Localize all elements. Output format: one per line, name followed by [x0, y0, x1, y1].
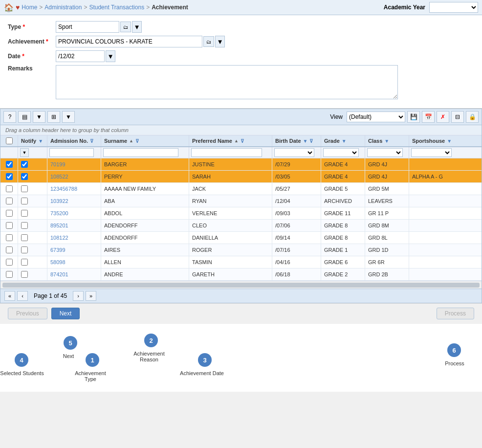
table-row[interactable]: 70199BARGERJUSTINE/07/29GRADE 4GRD 4J	[0, 158, 482, 171]
preferred-filter-input[interactable]	[191, 148, 262, 157]
row-notify-checkbox[interactable]	[21, 246, 28, 253]
row-preferred-cell: DANIELLA	[189, 232, 272, 244]
annotation-bubble-4: 4	[15, 353, 28, 367]
table-row[interactable]: 735200ABDOLVERLENE/09/03GRADE 11GR 11 P	[0, 207, 482, 220]
table-row[interactable]: 67399AIRESROGER/07/16GRADE 1GRD 1D	[0, 244, 482, 256]
group-btn[interactable]: ▤	[18, 111, 31, 123]
lock-btn[interactable]: 🔒	[466, 111, 479, 123]
columns-btn[interactable]: ⊞	[47, 111, 60, 123]
academic-year-select[interactable]	[429, 2, 478, 13]
surname-filter-input[interactable]	[103, 148, 178, 157]
annotation-bubble-6: 6	[447, 343, 461, 357]
row-preferred-cell: JACK	[189, 183, 272, 195]
last-page-btn[interactable]: »	[86, 291, 96, 301]
row-checkbox[interactable]	[6, 185, 13, 192]
view-select[interactable]: (Default)	[347, 112, 405, 122]
class-filter-icon: ▼	[384, 138, 389, 144]
achievement-input[interactable]	[56, 36, 202, 47]
breadcrumb-transactions[interactable]: Student Transactions	[89, 4, 144, 11]
grid-hscroll[interactable]	[0, 281, 482, 289]
row-sportshouse-cell	[409, 269, 458, 280]
first-page-btn[interactable]: «	[4, 291, 15, 301]
row-checkbox[interactable]	[6, 173, 13, 180]
class-filter-select[interactable]	[367, 148, 403, 157]
hscroll-bar[interactable]	[2, 283, 480, 288]
prev-page-btn[interactable]: ‹	[17, 291, 28, 301]
date-input[interactable]	[56, 50, 105, 62]
row-notify-cell	[18, 232, 47, 244]
select-all-checkbox[interactable]	[6, 137, 13, 144]
filter-btn[interactable]: ▼	[33, 111, 45, 123]
row-checkbox[interactable]	[6, 161, 13, 168]
type-input[interactable]	[56, 21, 119, 33]
col-preferred-header[interactable]: Preferred Name ▲ ⊽	[189, 135, 272, 146]
row-notify-checkbox[interactable]	[21, 222, 28, 229]
calendar-btn[interactable]: 📅	[422, 111, 435, 123]
col-birth-header[interactable]: Birth Date ▼ ⊽	[272, 135, 321, 146]
previous-button[interactable]: Previous	[8, 308, 47, 319]
table-row[interactable]: 874201ANDREGARETH/06/18GRADE 2GRD 2B	[0, 269, 482, 281]
type-dropdown-btn[interactable]: ▼	[132, 21, 142, 33]
next-button[interactable]: Next	[51, 308, 80, 319]
row-checkbox[interactable]	[6, 246, 13, 253]
col-sportshouse-header[interactable]: Sportshouse ▼	[409, 135, 458, 146]
table-row[interactable]: 123456788AAAAA NEW FAMILYJACK/05/27GRADE…	[0, 183, 482, 195]
row-notify-checkbox[interactable]	[21, 173, 28, 180]
columns-dropdown-btn[interactable]: ▼	[62, 111, 75, 123]
row-check-cell	[0, 256, 18, 268]
col-class-header[interactable]: Class ▼	[365, 135, 409, 146]
type-icon-btn[interactable]: 🗂	[120, 22, 131, 32]
process-button[interactable]: Process	[437, 308, 474, 319]
row-checkbox[interactable]	[6, 271, 13, 278]
row-notify-cell	[18, 269, 47, 280]
row-notify-checkbox[interactable]	[21, 185, 28, 192]
table-row[interactable]: 895201ADENDORFFCLEO/07/06GRADE 8GRD 8M	[0, 220, 482, 232]
date-dropdown-btn[interactable]: ▼	[106, 50, 115, 62]
admission-filter-input[interactable]	[49, 148, 94, 157]
row-class-cell: GRD 1D	[365, 244, 409, 256]
row-checkbox[interactable]	[6, 198, 13, 204]
sportshouse-filter-select[interactable]	[411, 148, 452, 157]
save-view-btn[interactable]: 💾	[407, 111, 420, 123]
row-birth-cell: /05/27	[272, 183, 321, 195]
breadcrumb-home[interactable]: Home	[22, 4, 37, 11]
columns2-btn[interactable]: ⊟	[451, 111, 464, 123]
annotation-label-4: Selected Students	[0, 370, 44, 376]
next-page-btn[interactable]: ›	[73, 291, 84, 301]
col-admission-header[interactable]: Admission No. ⊽	[47, 135, 101, 146]
achievement-icon-btn[interactable]: 🗂	[203, 36, 214, 47]
row-notify-checkbox[interactable]	[21, 161, 28, 168]
achievement-dropdown-btn[interactable]: ▼	[215, 36, 225, 47]
row-admission-cell: 874201	[47, 269, 101, 280]
heart-icon: ♥	[16, 3, 20, 11]
row-admission-cell: 67399	[47, 244, 101, 256]
row-notify-checkbox[interactable]	[21, 198, 28, 204]
row-sportshouse-cell	[409, 207, 458, 219]
grade-filter-select[interactable]	[323, 148, 359, 157]
birth-filter-select[interactable]	[274, 148, 314, 157]
row-notify-cell	[18, 195, 47, 207]
row-surname-cell: ADENDORFF	[101, 220, 189, 231]
col-surname-header[interactable]: Surname ▲ ⊽	[101, 135, 189, 146]
row-notify-checkbox[interactable]	[21, 259, 28, 266]
row-checkbox[interactable]	[6, 210, 13, 217]
help-btn[interactable]: ?	[3, 111, 16, 123]
notify-filter-dropdown[interactable]: ▼	[20, 148, 29, 157]
row-checkbox[interactable]	[6, 222, 13, 229]
birth-filter-icon: ▼	[303, 138, 308, 144]
col-grade-header[interactable]: Grade ▼	[321, 135, 365, 146]
table-row[interactable]: 108522PERRYSARAH/03/05GRADE 4GRD 4JALPHA…	[0, 171, 482, 183]
row-checkbox[interactable]	[6, 259, 13, 266]
row-notify-checkbox[interactable]	[21, 210, 28, 217]
breadcrumb-admin[interactable]: Administration	[44, 4, 82, 11]
row-checkbox[interactable]	[6, 234, 13, 241]
table-row[interactable]: 103922ABARYAN/12/04ARCHIVEDLEAVERS	[0, 195, 482, 207]
remarks-textarea[interactable]	[56, 65, 398, 99]
col-notify-header[interactable]: Notify ▼	[18, 135, 47, 146]
row-notify-checkbox[interactable]	[21, 234, 28, 241]
type-row: Type * 🗂 ▼	[8, 21, 474, 33]
delete-btn[interactable]: ✗	[437, 111, 449, 123]
row-notify-checkbox[interactable]	[21, 271, 28, 278]
table-row[interactable]: 108122ADENDORFFDANIELLA/09/14GRADE 8GRD …	[0, 232, 482, 244]
table-row[interactable]: 58098ALLENTASMIN/04/16GRADE 6GR 6R	[0, 256, 482, 269]
